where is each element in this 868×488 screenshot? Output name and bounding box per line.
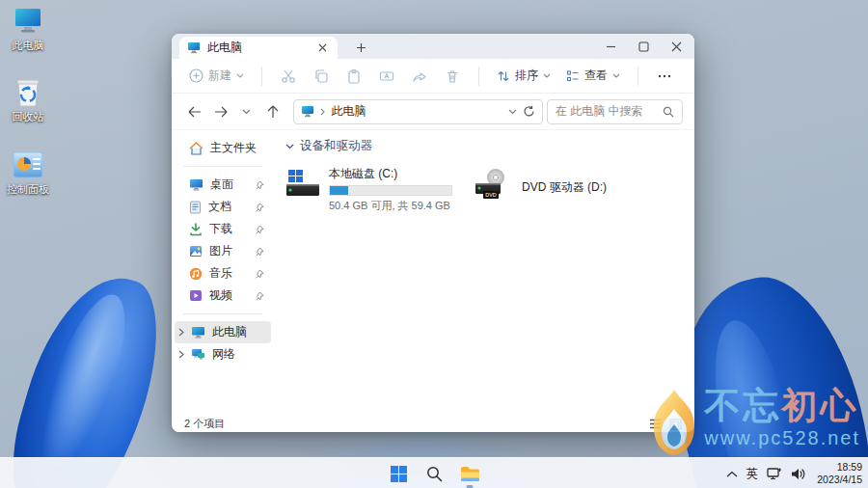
toolbar-separator (637, 67, 638, 86)
start-button[interactable] (387, 462, 410, 485)
drive-item-c[interactable]: 本地磁盘 (C:) 50.4 GB 可用, 共 59.4 GB (285, 166, 461, 213)
new-tab-button[interactable] (351, 39, 370, 56)
desktop-icon-label: 此电脑 (13, 40, 44, 51)
sidebar-item-network[interactable]: 网络 (175, 343, 271, 366)
tab-bar: 此电脑 (172, 34, 694, 59)
expand-chevron-icon[interactable] (178, 328, 184, 337)
expand-chevron-icon[interactable] (178, 350, 184, 359)
share-button[interactable] (405, 64, 434, 89)
document-icon (189, 201, 202, 214)
sidebar-item-videos[interactable]: 视频 (175, 285, 271, 307)
chevron-down-icon (543, 73, 551, 78)
view-button[interactable]: 查看 (560, 64, 626, 88)
group-header-devices[interactable]: 设备和驱动器 (285, 138, 694, 154)
sidebar-item-pictures[interactable]: 图片 (175, 240, 271, 262)
address-dropdown-icon[interactable] (508, 109, 517, 115)
capacity-bar (329, 185, 452, 196)
pin-icon (255, 247, 264, 257)
drive-item-d[interactable]: DVD DVD 驱动器 (D:) (475, 166, 607, 201)
recycle-bin-icon (12, 77, 44, 108)
more-options-button[interactable] (650, 64, 679, 89)
hidden-icons-chevron-icon[interactable] (726, 471, 738, 477)
breadcrumb-path[interactable]: 此电脑 (331, 103, 366, 120)
taskbar-search-button[interactable] (422, 462, 446, 485)
sidebar-item-desktop[interactable]: 桌面 (175, 174, 271, 196)
rename-icon (379, 68, 394, 84)
command-toolbar: 新建 (172, 59, 694, 94)
drive-list: 本地磁盘 (C:) 50.4 GB 可用, 共 59.4 GB (285, 166, 694, 213)
refresh-icon[interactable] (523, 105, 535, 118)
tab-close-icon[interactable] (314, 41, 330, 56)
view-switcher (649, 419, 682, 430)
search-input[interactable]: 在 此电脑 中搜索 (547, 99, 683, 124)
rename-button[interactable] (372, 64, 401, 89)
svg-text:DVD: DVD (485, 192, 497, 198)
sidebar-item-music[interactable]: 音乐 (175, 262, 271, 285)
taskbar-file-explorer-button[interactable] (458, 462, 481, 485)
pin-icon (255, 180, 264, 190)
collapse-chevron-icon (285, 144, 294, 149)
copy-button[interactable] (307, 64, 336, 89)
music-icon (189, 267, 203, 281)
ime-indicator[interactable]: 英 (746, 466, 759, 482)
sidebar-item-this-pc[interactable]: 此电脑 (175, 321, 271, 343)
minimize-button[interactable] (594, 34, 627, 59)
large-icons-view-icon[interactable] (669, 419, 682, 430)
desktop-icon-this-pc[interactable]: 此电脑 (0, 6, 56, 51)
up-button[interactable] (261, 100, 284, 123)
drive-free-space: 50.4 GB 可用, 共 59.4 GB (329, 199, 452, 213)
back-button[interactable] (183, 100, 205, 123)
cut-button[interactable] (274, 64, 303, 89)
breadcrumb-chevron-icon (320, 108, 325, 116)
local-disk-icon (285, 166, 320, 201)
recent-locations-button[interactable] (235, 100, 258, 123)
sort-button[interactable]: 排序 (491, 64, 556, 88)
maximize-button[interactable] (627, 34, 660, 59)
explorer-body: 主文件夹 桌面 (172, 130, 694, 416)
sidebar-item-label: 图片 (209, 243, 232, 259)
clock-time: 18:59 (817, 461, 862, 474)
download-icon (189, 223, 203, 236)
drive-name: 本地磁盘 (C:) (329, 166, 452, 182)
desktop: 此电脑 回收站 控制面板 (0, 0, 868, 488)
paste-button[interactable] (339, 64, 368, 89)
group-header-label: 设备和驱动器 (300, 138, 372, 154)
sidebar-item-label: 音乐 (209, 265, 232, 282)
sidebar-item-label: 桌面 (210, 176, 233, 193)
network-icon (191, 348, 205, 361)
sidebar-item-home[interactable]: 主文件夹 (175, 137, 271, 159)
details-view-icon[interactable] (649, 419, 662, 429)
share-icon (412, 68, 427, 84)
speaker-icon[interactable] (791, 468, 806, 480)
this-pc-icon (301, 105, 314, 118)
sidebar-item-label: 文档 (208, 199, 231, 215)
sort-button-label: 排序 (515, 68, 538, 84)
desktop-icon-control-panel[interactable]: 控制面板 (0, 149, 56, 195)
desktop-icon-recycle-bin[interactable]: 回收站 (0, 77, 56, 122)
pin-icon (255, 203, 264, 212)
desktop-folder-icon (189, 178, 203, 191)
dvd-drive-icon: DVD (475, 166, 513, 201)
sidebar-item-documents[interactable]: 文档 (175, 196, 271, 218)
address-input[interactable]: 此电脑 (293, 99, 542, 124)
sidebar-item-label: 网络 (212, 346, 235, 363)
item-count: 2 个项目 (184, 417, 225, 431)
this-pc-icon (191, 326, 205, 339)
home-icon (189, 142, 203, 155)
chevron-down-icon (612, 73, 620, 78)
capacity-bar-fill (330, 186, 348, 195)
forward-button[interactable] (209, 100, 231, 123)
taskbar-clock[interactable]: 18:59 2023/4/15 (817, 461, 862, 486)
pin-icon (255, 269, 264, 279)
pin-icon (255, 225, 264, 234)
delete-button[interactable] (438, 64, 467, 89)
tab-title: 此电脑 (207, 40, 242, 56)
close-button[interactable] (660, 34, 692, 59)
control-panel-icon (12, 149, 44, 180)
search-icon (663, 106, 674, 118)
window-controls (594, 34, 692, 59)
new-button[interactable]: 新建 (183, 64, 250, 88)
tab-this-pc[interactable]: 此电脑 (179, 37, 338, 59)
sidebar-item-downloads[interactable]: 下载 (175, 218, 271, 240)
network-icon[interactable] (767, 467, 782, 480)
